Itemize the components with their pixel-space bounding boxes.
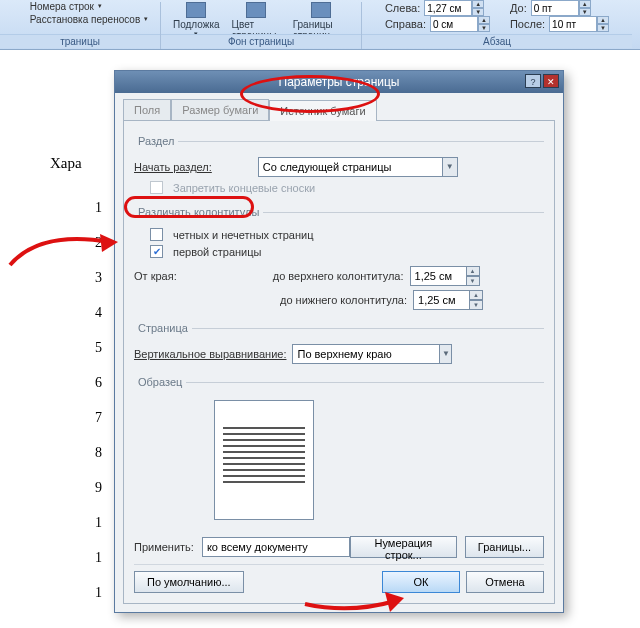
section-start-combo[interactable]: ▼ xyxy=(258,157,458,177)
document-list-number: 1 xyxy=(95,515,102,531)
default-button[interactable]: По умолчанию... xyxy=(134,571,244,593)
chevron-down-icon[interactable]: ▼ xyxy=(442,157,458,177)
page-group: Страница Вертикальное выравнивание: ▼ xyxy=(134,322,544,368)
diff-first-page-checkbox[interactable] xyxy=(150,245,163,258)
spacing-before-input[interactable]: ▲▼ xyxy=(531,0,591,16)
help-button[interactable]: ? xyxy=(525,74,541,88)
ribbon-group-paragraph: Слева:▲▼ Справа:▲▼ До:▲▼ После:▲▼ Абзац xyxy=(362,2,632,49)
ribbon-group-page-setup: Номера строк ▾ Расстановка переносов ▾ т… xyxy=(0,2,160,49)
hyphenation-icon xyxy=(12,13,26,25)
hyphenation-button[interactable]: Расстановка переносов ▾ xyxy=(12,13,148,25)
ribbon-group-page-background: Подложка▾ Цвет страницы▾ Границы страниц… xyxy=(161,2,361,49)
ribbon: Номера строк ▾ Расстановка переносов ▾ т… xyxy=(0,0,640,50)
preview-thumbnail xyxy=(214,400,314,520)
spacing-before-label: До: xyxy=(510,2,527,14)
close-button[interactable]: ✕ xyxy=(543,74,559,88)
headers-footers-group: Различать колонтитулы четных и нечетных … xyxy=(134,206,544,314)
vertical-align-combo[interactable]: ▼ xyxy=(292,344,452,364)
document-text: Хара xyxy=(50,155,82,172)
tab-paper-source[interactable]: Источник бумаги xyxy=(269,100,376,121)
header-distance-label: до верхнего колонтитула: xyxy=(273,270,404,282)
document-list-number: 7 xyxy=(95,410,102,426)
group-label-page-background: Фон страницы xyxy=(161,34,361,48)
indent-left-label: Слева: xyxy=(385,2,420,14)
footer-distance-input[interactable]: ▲▼ xyxy=(413,290,483,310)
document-list-number: 9 xyxy=(95,480,102,496)
document-list-number: 5 xyxy=(95,340,102,356)
suppress-endnotes-checkbox xyxy=(150,181,163,194)
dialog-tabs: Поля Размер бумаги Источник бумаги xyxy=(115,93,563,120)
cancel-button[interactable]: Отмена xyxy=(466,571,544,593)
document-list-number: 6 xyxy=(95,375,102,391)
indent-left-input[interactable]: ▲▼ xyxy=(424,0,484,16)
suppress-endnotes-label: Запретить концевые сноски xyxy=(173,182,315,194)
watermark-icon xyxy=(186,2,206,18)
header-distance-input[interactable]: ▲▼ xyxy=(410,266,480,286)
annotation-arrow-checkbox xyxy=(0,220,130,280)
dialog-panel: Раздел Начать раздел: ▼ Запретить концев… xyxy=(123,120,555,604)
diff-odd-even-label: четных и нечетных страниц xyxy=(173,229,313,241)
vertical-align-label: Вертикальное выравнивание: xyxy=(134,348,286,360)
dialog-title: Параметры страницы xyxy=(279,75,400,89)
group-label-paragraph: Абзац xyxy=(362,34,632,48)
document-list-number: 3 xyxy=(95,270,102,286)
borders-button[interactable]: Границы... xyxy=(465,536,544,558)
footer-distance-label: до нижнего колонтитула: xyxy=(280,294,407,306)
page-setup-dialog: Параметры страницы ? ✕ Поля Размер бумаг… xyxy=(114,70,564,613)
group-label-page-setup: траницы xyxy=(0,34,160,48)
document-list-number: 1 xyxy=(95,200,102,216)
dialog-titlebar[interactable]: Параметры страницы ? ✕ xyxy=(115,71,563,93)
section-start-label: Начать раздел: xyxy=(134,161,212,173)
apply-to-combo[interactable]: ▼ xyxy=(202,537,342,557)
document-list-number: 1 xyxy=(95,550,102,566)
line-numbers-button[interactable]: Нумерация строк... xyxy=(350,536,457,558)
indent-right-label: Справа: xyxy=(385,18,426,30)
ok-button[interactable]: ОК xyxy=(382,571,460,593)
document-list-number: 1 xyxy=(95,585,102,601)
from-edge-label: От края: xyxy=(134,270,177,282)
document-list-number: 8 xyxy=(95,445,102,461)
preview-group: Образец xyxy=(134,376,544,526)
line-numbers-icon xyxy=(12,0,26,12)
line-numbers-button[interactable]: Номера строк ▾ xyxy=(12,0,102,12)
page-color-icon xyxy=(246,2,266,18)
indent-right-input[interactable]: ▲▼ xyxy=(430,16,490,32)
section-group: Раздел Начать раздел: ▼ Запретить концев… xyxy=(134,135,544,198)
spacing-after-label: После: xyxy=(510,18,545,30)
diff-odd-even-checkbox[interactable] xyxy=(150,228,163,241)
document-list-number: 2 xyxy=(95,235,102,251)
apply-to-label: Применить: xyxy=(134,541,194,553)
tab-paper-size[interactable]: Размер бумаги xyxy=(171,99,269,120)
spacing-after-input[interactable]: ▲▼ xyxy=(549,16,609,32)
page-borders-icon xyxy=(311,2,331,18)
tab-margins[interactable]: Поля xyxy=(123,99,171,120)
diff-first-page-label: первой страницы xyxy=(173,246,261,258)
document-list-number: 4 xyxy=(95,305,102,321)
chevron-down-icon[interactable]: ▼ xyxy=(439,344,452,364)
